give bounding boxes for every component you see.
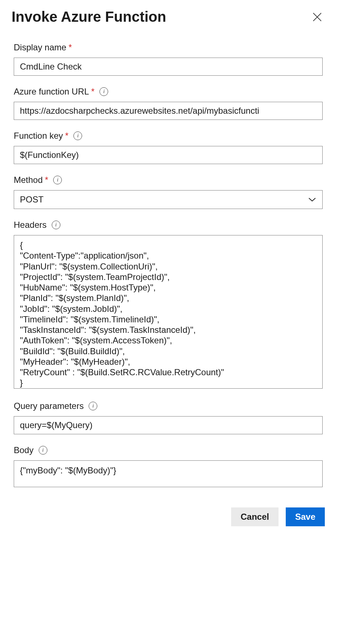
- display-name-label: Display name*: [14, 42, 72, 53]
- query-params-input[interactable]: [14, 416, 323, 434]
- info-icon[interactable]: i: [52, 221, 60, 229]
- function-key-input[interactable]: [14, 146, 323, 164]
- info-icon[interactable]: i: [39, 446, 47, 455]
- function-url-label: Azure function URL*: [14, 87, 94, 97]
- info-icon[interactable]: i: [99, 87, 108, 96]
- required-marker: *: [68, 42, 72, 52]
- cancel-button[interactable]: Cancel: [231, 507, 279, 526]
- close-icon: [312, 12, 323, 22]
- body-textarea[interactable]: [14, 460, 323, 487]
- required-marker: *: [91, 87, 94, 96]
- display-name-input[interactable]: [14, 58, 323, 76]
- close-button[interactable]: [310, 9, 325, 25]
- headers-textarea[interactable]: [14, 235, 323, 389]
- method-label: Method*: [14, 175, 48, 185]
- page-title: Invoke Azure Function: [12, 9, 166, 25]
- info-icon[interactable]: i: [53, 176, 62, 184]
- required-marker: *: [45, 175, 48, 185]
- function-key-label: Function key*: [14, 131, 68, 141]
- info-icon[interactable]: i: [73, 131, 82, 140]
- body-label: Body: [14, 445, 34, 455]
- query-params-label: Query parameters: [14, 401, 84, 411]
- required-marker: *: [65, 131, 68, 141]
- function-url-input[interactable]: [14, 102, 323, 120]
- headers-label: Headers: [14, 220, 47, 230]
- method-select[interactable]: POST: [14, 190, 323, 209]
- save-button[interactable]: Save: [286, 507, 325, 526]
- info-icon[interactable]: i: [89, 402, 97, 410]
